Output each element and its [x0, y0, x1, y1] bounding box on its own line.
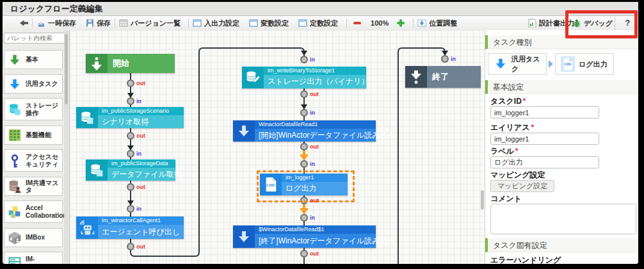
toolbar-separator	[188, 19, 189, 28]
comment-label: コメント	[490, 193, 522, 204]
label-input[interactable]	[490, 156, 599, 168]
zoom-in-button[interactable]	[397, 19, 405, 27]
port-circle[interactable]	[127, 151, 134, 157]
constant-settings-button[interactable]: 定数設定	[298, 19, 338, 28]
back-button[interactable]	[19, 19, 28, 28]
port-circle[interactable]	[301, 215, 307, 221]
port-circle[interactable]	[127, 184, 134, 190]
port-label-in: in	[310, 215, 315, 221]
port-circle[interactable]	[301, 250, 307, 257]
down-arrow-icon	[233, 225, 255, 248]
port-label-out: out	[136, 243, 145, 250]
task-category-box: 汎用タスク	[488, 53, 547, 75]
key-icon	[6, 152, 23, 169]
green-down-arrow-icon	[6, 51, 23, 68]
palette-item-storage[interactable]: ストレージ操作	[4, 98, 63, 120]
required-mark: *	[531, 123, 534, 132]
port-circle[interactable]	[301, 143, 307, 150]
node-im-winactorCallAgent1[interactable]: im_winactorCallAgent1エージェント呼び出し	[76, 216, 184, 239]
io-settings-button[interactable]: 入出力設定	[193, 19, 239, 28]
color-blocks-icon	[6, 204, 23, 220]
port-label-out: out	[310, 91, 319, 97]
port-label-in: in	[310, 110, 315, 116]
storage-icon	[76, 107, 98, 128]
node-WinactorDatafileRead1[interactable]: WinactorDatafileRead1[開始]WinActorデータファイル…	[233, 120, 376, 142]
palette-scrollbar-thumb[interactable]	[65, 34, 68, 104]
flow-canvas[interactable]: out in out in out in out in out in out i…	[70, 30, 485, 264]
back-arrow-icon	[19, 19, 28, 28]
node-start[interactable]: 開始	[86, 54, 175, 73]
palette-sidebar: 基本 汎用タスク ストレージ操作 基盤機能 アクセスセキュリティ IM共通マスタ	[3, 30, 70, 264]
task-type-box: LOG ログ出力	[555, 53, 614, 75]
palette-item-imbox[interactable]: IMBox	[4, 228, 63, 247]
palette-item-accel-collaboration[interactable]: Accel Collaboration	[4, 200, 63, 223]
mapping-settings-button[interactable]: マッピング設定	[490, 180, 554, 192]
port-circle[interactable]	[127, 80, 134, 86]
node-im-publicStorageData[interactable]: im_publicStorageDataデータファイル取得	[86, 159, 175, 181]
position-adjust-button[interactable]: 位置調整	[417, 19, 457, 28]
zoom-out-button[interactable]	[353, 22, 361, 24]
alias-input[interactable]	[490, 133, 599, 145]
port-circle[interactable]	[301, 161, 307, 167]
position-adjust-icon	[417, 19, 426, 28]
error-handling-label: エラーハンドリング	[490, 255, 634, 264]
port-circle[interactable]	[127, 206, 134, 212]
down-arrow-icon	[233, 120, 255, 142]
node-im-writeBinaryToStorage1[interactable]: im_writeBinaryToStorage1ストレージ出力（バイナリ）	[242, 67, 366, 88]
palette-scrollbar[interactable]	[64, 30, 68, 264]
port-circle[interactable]	[127, 98, 134, 104]
palette-item-im-knowledge[interactable]: IM-Knowledge	[4, 252, 63, 264]
zoom-level: 100%	[371, 19, 389, 27]
palette-search-input[interactable]	[4, 33, 65, 44]
port-label-out: out	[136, 184, 145, 190]
save-button[interactable]: 保存	[85, 19, 111, 28]
storage-write-icon	[242, 67, 264, 88]
port-circle[interactable]	[301, 56, 307, 63]
log-document-icon: LOG	[561, 56, 575, 72]
toolbar: 一時保存 保存 バージョン一覧 入出力設定 変数設定 定数設定 100%	[3, 16, 638, 31]
port-circle[interactable]	[127, 133, 134, 139]
properties-panel: タスク種別 汎用タスク LOG ログ出力 基本設定 タスクID* エイリアス* …	[485, 30, 638, 264]
palette-item-platform[interactable]: 基盤機能	[4, 126, 63, 145]
alias-label: エイリアス*	[490, 122, 534, 133]
palette-item-general-task[interactable]: 汎用タスク	[4, 74, 63, 94]
port-label-in: in	[136, 206, 141, 212]
canvas-scrollbar-thumb[interactable]	[481, 190, 484, 209]
port-label-in: in	[310, 56, 315, 63]
master-database-icon	[6, 178, 23, 195]
node-WinactorDatafileRead-end[interactable]: $WinactorDatafileRead$1[終了]WinActorデータファ…	[233, 225, 376, 248]
debug-highlight-annotation	[565, 10, 638, 38]
robot-agent-icon	[76, 216, 98, 239]
palette-item-basic[interactable]: 基本	[4, 50, 63, 69]
port-circle[interactable]	[127, 243, 134, 250]
port-circle[interactable]	[442, 56, 448, 62]
node-im-logger1[interactable]: LOG im_logger1ログ出力	[260, 174, 348, 195]
end-icon	[405, 66, 427, 88]
node-end[interactable]: 終了	[405, 66, 481, 88]
task-id-input[interactable]	[490, 106, 599, 118]
svg-text:LOG: LOG	[565, 63, 572, 66]
port-label-out: out	[310, 250, 319, 257]
variable-settings-button[interactable]: 変数設定	[249, 19, 289, 28]
window-icon	[298, 19, 307, 28]
port-label-out: out	[136, 80, 145, 86]
port-circle[interactable]	[301, 91, 307, 97]
palette-item-im-common-master[interactable]: IM共通マスタ	[4, 177, 63, 196]
toolbar-separator	[346, 19, 347, 28]
version-list-icon	[119, 19, 128, 28]
port-circle[interactable]	[301, 110, 307, 116]
port-label-in: in	[136, 151, 141, 157]
temp-save-button[interactable]: 一時保存	[36, 19, 76, 28]
comment-textarea[interactable]	[490, 204, 636, 234]
cube-icon	[6, 229, 23, 246]
save-icon	[85, 19, 94, 28]
node-im-publicStorageScenario[interactable]: im_publicStorageScenarioシナリオ取得	[76, 107, 184, 128]
mapping-settings-label: マッピング設定	[490, 170, 545, 181]
window-icon	[193, 19, 202, 28]
port-label-out: out	[310, 197, 319, 204]
port-label-in: in	[136, 98, 141, 104]
palette-item-access-security[interactable]: アクセスセキュリティ	[4, 149, 63, 172]
version-list-button[interactable]: バージョン一覧	[119, 19, 181, 28]
port-label-in: in	[451, 56, 456, 62]
knowledge-icon	[6, 255, 23, 265]
